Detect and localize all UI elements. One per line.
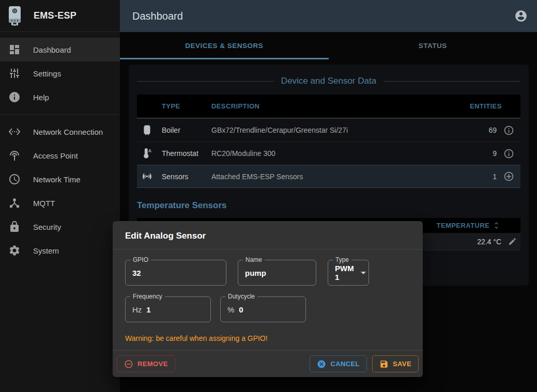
device-table: TYPE DESCRIPTION ENTITIES Boiler GBx72/T… (137, 95, 520, 188)
temperature-value: 22.4 °C (477, 238, 501, 246)
sidebar-item-label: MQTT (33, 199, 55, 208)
save-button[interactable]: SAVE (372, 355, 419, 372)
lock-icon (8, 221, 21, 233)
frequency-input[interactable] (146, 305, 204, 314)
sidebar-nav: Dashboard Settings Help Network Connecti… (0, 32, 120, 262)
gpio-label: GPIO (130, 256, 151, 263)
sidebar-item-label: Network Connection (33, 128, 103, 136)
sidebar-divider (0, 114, 120, 115)
frequency-label: Frequency (130, 293, 165, 300)
type-label: Type (333, 256, 351, 263)
cancel-icon (317, 359, 326, 369)
device-description: RC20/Moduline 300 (211, 149, 470, 158)
boiler-icon (141, 124, 153, 136)
temperature-sensors-title: Temperature Sensors (137, 200, 520, 211)
page-title: Dashboard (132, 10, 514, 22)
table-row-sensors[interactable]: Sensors Attached EMS-ESP Sensors 1 (137, 165, 520, 188)
device-entities: 9 (470, 149, 497, 158)
device-description: GBx72/Trendline/Cerapur/Greenstar Si/27i (211, 126, 470, 134)
legend-title: Device and Sensor Data (281, 76, 376, 86)
sidebar-item-label: Access Point (33, 151, 78, 160)
table-row-boiler[interactable]: Boiler GBx72/Trendline/Cerapur/Greenstar… (137, 118, 520, 142)
info-icon (8, 91, 21, 103)
sidebar-item-system[interactable]: System (0, 239, 120, 262)
thermostat-icon: A (141, 148, 153, 160)
sidebar-item-label: Help (33, 93, 49, 102)
sidebar-item-label: Network Time (33, 175, 81, 184)
type-selected-value: PWM 1 (335, 264, 354, 281)
gpio-warning-text: Warning: be careful when assigning a GPI… (125, 334, 410, 342)
account-circle-icon[interactable] (514, 9, 528, 23)
save-icon (379, 359, 389, 369)
sidebar-item-network-time[interactable]: Network Time (0, 167, 120, 191)
legend-divider (137, 81, 274, 82)
edit-pencil-icon[interactable] (508, 237, 517, 246)
sidebar-item-label: System (33, 246, 59, 255)
column-header-entities: ENTITIES (470, 102, 497, 110)
svg-text:A: A (148, 148, 151, 153)
info-outline-icon[interactable] (503, 148, 514, 159)
cancel-button[interactable]: CANCEL (310, 355, 367, 372)
dialog-body: GPIO Name Type PWM 1 Frequency Hz Dutycy… (113, 249, 423, 342)
sidebar-item-label: Dashboard (33, 45, 71, 54)
appbar: Dashboard (120, 0, 537, 32)
sidebar-item-mqtt[interactable]: MQTT (0, 191, 120, 215)
dutycycle-input[interactable] (239, 305, 299, 314)
dashboard-icon (8, 43, 21, 56)
table-row-thermostat[interactable]: A Thermostat RC20/Moduline 300 9 (137, 142, 520, 165)
app-title: EMS-ESP (34, 10, 76, 21)
name-input[interactable] (245, 269, 309, 277)
ethernet-icon (8, 126, 21, 138)
frequency-unit: Hz (132, 305, 142, 314)
tab-status[interactable]: STATUS (329, 32, 537, 59)
sidebar: EMS-ESP Dashboard Settings Help Network … (0, 0, 120, 392)
sidebar-item-settings[interactable]: Settings (0, 61, 120, 85)
device-hub-icon (8, 197, 21, 209)
legend-divider (383, 81, 520, 82)
column-header-description: DESCRIPTION (211, 102, 470, 110)
clock-icon (8, 173, 21, 185)
add-circle-icon[interactable] (503, 171, 514, 182)
dutycycle-unit: % (227, 305, 234, 314)
tab-devices-sensors[interactable]: DEVICES & SENSORS (120, 32, 329, 59)
sidebar-header: EMS-ESP (0, 0, 120, 32)
sort-unfold-icon (492, 221, 501, 230)
type-select[interactable]: Type PWM 1 (328, 260, 369, 286)
sliders-icon (8, 67, 21, 80)
name-field: Name (238, 260, 316, 286)
dialog-actions: REMOVE CANCEL SAVE (113, 350, 423, 377)
column-header-type: TYPE (162, 102, 211, 110)
frequency-field: Frequency Hz (125, 296, 211, 322)
device-entities: 1 (470, 173, 497, 181)
boiler-logo-icon (7, 5, 23, 27)
dropdown-caret-icon (361, 272, 366, 274)
remove-button[interactable]: REMOVE (117, 355, 175, 372)
wifi-tethering-icon (8, 149, 21, 162)
sidebar-item-dashboard[interactable]: Dashboard (0, 38, 120, 61)
sensors-icon (141, 170, 153, 182)
gpio-field: GPIO (125, 260, 226, 286)
sidebar-item-access-point[interactable]: Access Point (0, 144, 120, 167)
info-outline-icon[interactable] (503, 125, 514, 136)
tab-indicator (120, 58, 329, 59)
device-type: Thermostat (162, 149, 211, 158)
device-type: Sensors (162, 173, 211, 181)
device-entities: 69 (470, 126, 497, 134)
sidebar-item-label: Settings (33, 69, 61, 78)
remove-circle-icon (124, 359, 133, 369)
edit-analog-sensor-dialog: Edit Analog Sensor GPIO Name Type PWM 1 … (113, 221, 423, 377)
sidebar-item-security[interactable]: Security (0, 215, 120, 239)
sidebar-item-label: Security (33, 223, 61, 231)
column-header-temperature: TEMPERATURE (437, 222, 489, 229)
device-description: Attached EMS-ESP Sensors (211, 173, 470, 181)
gpio-input[interactable] (132, 269, 219, 277)
save-button-label: SAVE (393, 360, 411, 368)
name-label: Name (243, 256, 265, 263)
dialog-title: Edit Analog Sensor (113, 221, 423, 249)
tabbar: DEVICES & SENSORS STATUS (120, 32, 537, 59)
dutycycle-label: Dutycycle (225, 293, 257, 300)
gear-icon (8, 244, 21, 257)
sidebar-item-help[interactable]: Help (0, 85, 120, 109)
sidebar-item-network-connection[interactable]: Network Connection (0, 120, 120, 144)
remove-button-label: REMOVE (137, 360, 168, 368)
